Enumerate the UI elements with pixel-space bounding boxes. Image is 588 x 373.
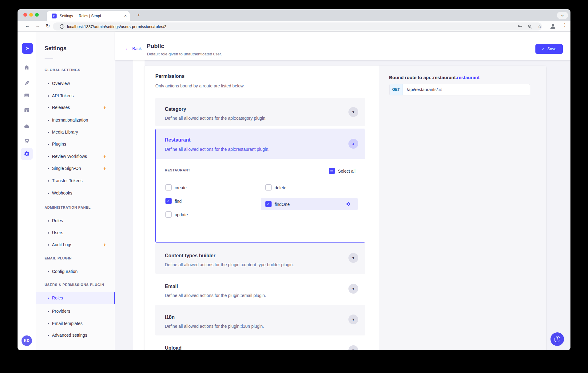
sidebar-item-media-library[interactable]: Media Library xyxy=(36,129,115,136)
browser-profile-icon[interactable] xyxy=(549,22,557,30)
back-arrow-icon[interactable]: ← xyxy=(125,46,130,51)
minimize-window-button[interactable] xyxy=(29,13,33,17)
accordion-i18n[interactable]: i18n Define all allowed actions for the … xyxy=(155,305,365,335)
password-key-icon[interactable] xyxy=(517,24,522,29)
sidebar-item-advanced-settings[interactable]: Advanced settings xyxy=(36,332,115,339)
restaurant-accordion-header[interactable]: Restaurant Define all allowed actions fo… xyxy=(156,129,365,159)
checkbox-update-label: update xyxy=(175,212,188,217)
sidebar-item-transfer-tokens[interactable]: Transfer Tokens xyxy=(36,178,115,185)
marketplace-cart-icon[interactable] xyxy=(24,138,30,144)
tab-search-chevron-icon[interactable]: ⌄ xyxy=(557,12,568,19)
close-window-button[interactable] xyxy=(23,13,27,17)
select-all-checkbox[interactable] xyxy=(329,168,335,174)
upload-expand-button[interactable]: ▼ xyxy=(348,345,358,350)
ctb-expand-button[interactable]: ▼ xyxy=(348,253,358,263)
home-icon[interactable] xyxy=(24,64,30,70)
sidenav-title: Settings xyxy=(45,45,66,52)
route-param: :id xyxy=(438,87,442,92)
strapi-app: ➤ KD xyxy=(18,32,570,350)
caret-down-icon: ▼ xyxy=(352,256,355,260)
browser-menu-icon[interactable]: ⋮ xyxy=(562,22,567,28)
permissions-card: Permissions Only actions bound by a rout… xyxy=(145,66,546,350)
page-header: ← Back Public Default role given to unau… xyxy=(115,32,570,60)
tab-close-icon[interactable]: × xyxy=(124,13,127,18)
sidebar-item-email-templates[interactable]: Email templates xyxy=(36,320,115,328)
site-info-icon[interactable] xyxy=(60,24,65,29)
caret-down-icon: ▼ xyxy=(352,110,355,114)
http-method-badge: GET xyxy=(390,84,403,95)
category-expand-button[interactable]: ▼ xyxy=(348,107,358,117)
accordion-category[interactable]: Category Define all allowed actions for … xyxy=(155,98,365,126)
back-link[interactable]: Back xyxy=(132,46,142,51)
email-expand-button[interactable]: ▼ xyxy=(348,284,358,294)
cloud-icon[interactable] xyxy=(24,123,30,129)
main-nav-rail: ➤ KD xyxy=(18,32,36,350)
sidenav-title-divider xyxy=(45,58,53,59)
sidebar-item-providers[interactable]: Providers xyxy=(36,308,115,315)
sidebar-item-webhooks[interactable]: Webhooks xyxy=(36,190,115,197)
content-gutter xyxy=(133,60,145,350)
sidebar-item-up-roles[interactable]: Roles xyxy=(36,292,115,304)
browser-window: ➤ Settings — Roles | Strapi × + ⌄ ← → ↻ … xyxy=(18,9,570,350)
zoom-page-icon[interactable] xyxy=(527,24,533,29)
checkbox-findone[interactable]: ✓ xyxy=(265,201,272,207)
lightning-icon xyxy=(102,154,107,159)
checkbox-delete[interactable] xyxy=(265,184,272,191)
checkbox-update[interactable] xyxy=(165,211,172,218)
strapi-logo[interactable]: ➤ xyxy=(22,43,33,54)
media-library-icon[interactable] xyxy=(24,92,30,98)
sidebar-item-review-workflows[interactable]: Review Workflows xyxy=(36,153,115,161)
accordion-content-types-builder[interactable]: Content types builder Define all allowed… xyxy=(155,243,365,274)
sidebar-item-internationalization[interactable]: Internationalization xyxy=(36,117,115,124)
indeterminate-dash-icon xyxy=(330,170,333,171)
checkbox-create[interactable] xyxy=(165,184,172,191)
sidebar-item-admin-roles[interactable]: Roles xyxy=(36,218,115,225)
sidebar-item-configuration[interactable]: Configuration xyxy=(36,268,115,276)
checkbox-findone-label: findOne xyxy=(275,202,290,207)
sidebar-item-plugins[interactable]: Plugins xyxy=(36,141,115,148)
bookmark-star-icon[interactable]: ☆ xyxy=(538,24,542,29)
restaurant-group-label: RESTAURANT xyxy=(165,168,190,172)
findone-selected-row[interactable]: ✓ findOne xyxy=(261,198,358,210)
group-divider xyxy=(199,171,323,171)
sidebar-item-overview[interactable]: Overview xyxy=(36,80,115,88)
browser-forward-icon[interactable]: → xyxy=(35,23,40,29)
sidebar-item-audit-logs[interactable]: Audit Logs xyxy=(36,242,115,249)
help-button[interactable]: ? xyxy=(550,332,564,346)
main-content: ← Back Public Default role given to unau… xyxy=(115,32,570,350)
sidebar-item-single-sign-on[interactable]: Single Sign-On xyxy=(36,165,115,173)
new-tab-button[interactable]: + xyxy=(135,11,142,19)
i18n-expand-button[interactable]: ▼ xyxy=(348,315,358,324)
accordion-upload[interactable]: Upload ▼ xyxy=(155,335,365,350)
page-subtitle: Default role given to unauthenticated us… xyxy=(147,52,222,56)
sidebar-item-users[interactable]: Users xyxy=(36,230,115,237)
checkbox-create-label: create xyxy=(175,185,187,190)
url-text[interactable]: localhost:1337/admin/settings/users-perm… xyxy=(67,24,166,29)
settings-gear-icon[interactable] xyxy=(24,151,30,157)
route-path: /api/restaurants/:id xyxy=(407,87,442,92)
browser-back-icon[interactable]: ← xyxy=(25,23,30,29)
browser-toolbar: ← → ↻ localhost:1337/admin/settings/user… xyxy=(18,21,570,32)
accordion-email[interactable]: Email Define all allowed actions for the… xyxy=(155,274,365,305)
section-administration-panel: ADMINISTRATION PANEL xyxy=(45,206,91,209)
content-type-builder-icon[interactable] xyxy=(24,107,30,113)
caret-down-icon: ▼ xyxy=(352,318,355,321)
lightning-icon xyxy=(102,166,107,171)
sidebar-item-releases[interactable]: Releases xyxy=(36,104,115,112)
content-manager-feather-icon[interactable] xyxy=(24,80,30,86)
permissions-heading: Permissions xyxy=(155,74,185,79)
save-button[interactable]: ✓Save xyxy=(535,44,563,54)
address-bar[interactable]: localhost:1337/admin/settings/users-perm… xyxy=(53,22,542,30)
browser-reload-icon[interactable]: ↻ xyxy=(46,23,50,29)
findone-settings-gear-icon[interactable] xyxy=(346,202,351,207)
section-global-settings: GLOBAL SETTINGS xyxy=(45,68,80,72)
sidebar-item-api-tokens[interactable]: API Tokens xyxy=(36,93,115,100)
fullscreen-window-button[interactable] xyxy=(35,13,39,17)
browser-tab[interactable]: ➤ Settings — Roles | Strapi × xyxy=(47,11,130,21)
restaurant-collapse-button[interactable]: ▲ xyxy=(348,139,358,149)
caret-up-icon: ▲ xyxy=(352,142,355,146)
rail-divider xyxy=(21,57,32,57)
accordion-restaurant-expanded: Restaurant Define all allowed actions fo… xyxy=(155,129,365,243)
checkbox-find[interactable]: ✓ xyxy=(165,198,172,204)
user-avatar[interactable]: KD xyxy=(22,335,32,346)
